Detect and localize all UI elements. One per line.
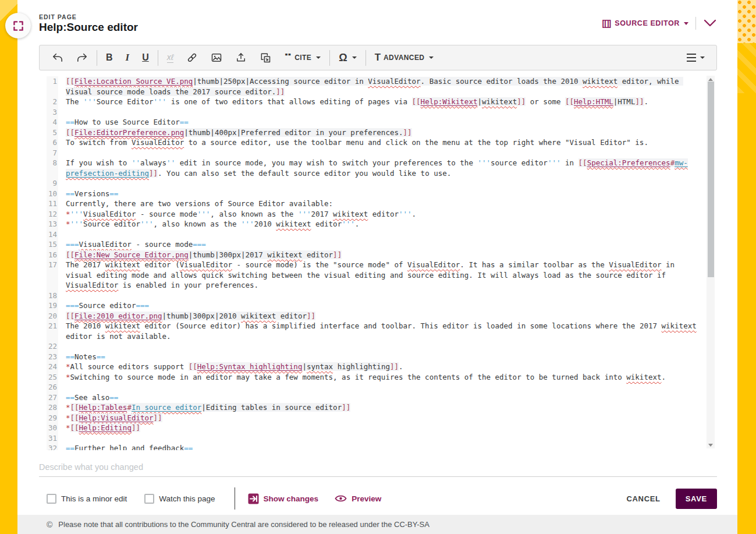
right-yellow-band	[737, 0, 756, 534]
code-text[interactable]: To switch from VisualEditor to a source …	[58, 137, 697, 148]
code-text[interactable]: Currently, there are two versions of Sou…	[58, 199, 697, 209]
editor-line-29[interactable]: 29*[[Help:VisualEditor]]	[47, 413, 697, 423]
code-text[interactable]: The 2010 wikitext editor (Source editor)…	[58, 321, 697, 341]
edit-summary-input[interactable]	[39, 458, 717, 476]
editor-line-32[interactable]: 32==Further help and feedback==	[47, 443, 697, 450]
editor-line-18[interactable]: 18	[47, 291, 697, 301]
underline-button[interactable]: U	[136, 45, 155, 70]
bold-button[interactable]: B	[100, 45, 119, 70]
code-text[interactable]	[58, 341, 697, 352]
insert-image-button[interactable]	[204, 45, 229, 70]
source-code-editor[interactable]: 1[[File:Location Source VE.png|thumb|250…	[39, 75, 717, 450]
code-text[interactable]	[58, 229, 697, 240]
editor-line-8[interactable]: 8If you wish to ''always'' edit in sourc…	[47, 158, 697, 178]
code-text[interactable]: ===Source editor===	[58, 300, 697, 311]
code-text[interactable]: [[File:EditorPreference.png|thumb|400px|…	[58, 128, 697, 138]
code-text[interactable]: The '''Source Editor''' is one of two ed…	[58, 97, 697, 107]
editor-line-3[interactable]: 3	[47, 107, 697, 118]
editor-line-10[interactable]: 10==Versions==	[47, 189, 697, 199]
switch-editor-button[interactable]	[253, 45, 278, 70]
link-button[interactable]	[180, 45, 204, 70]
editor-line-31[interactable]: 31	[47, 433, 697, 444]
code-text[interactable]: *'''Source editor''', also known as the …	[58, 219, 697, 229]
code-segment: *	[66, 403, 70, 412]
code-text[interactable]: *[[Help:Editing]]	[58, 423, 697, 433]
editor-scrollbar[interactable]	[707, 76, 715, 448]
editor-line-30[interactable]: 30*[[Help:Editing]]	[47, 423, 697, 433]
code-text[interactable]	[58, 148, 697, 158]
code-text[interactable]: ===VisualEditor - source mode===	[58, 239, 697, 250]
editor-line-24[interactable]: 24*All source editors support [[Help:Syn…	[47, 362, 697, 372]
cancel-button[interactable]: CANCEL	[626, 494, 660, 503]
code-text[interactable]: The 2017 wikitext editor (VisualEditor -…	[58, 260, 697, 291]
code-text[interactable]: ==Notes==	[58, 352, 697, 362]
collapse-header-button[interactable]	[703, 18, 717, 29]
code-text[interactable]	[58, 433, 697, 444]
code-text[interactable]: *[[Help:VisualEditor]]	[58, 413, 697, 423]
code-segment: syntax	[307, 362, 333, 371]
editor-line-25[interactable]: 25*Switching to source mode in an editor…	[47, 372, 697, 383]
watch-page-checkbox[interactable]	[144, 494, 154, 504]
editor-line-7[interactable]: 7	[47, 148, 697, 158]
scroll-down-arrow[interactable]	[707, 441, 715, 448]
editor-line-21[interactable]: 21The 2010 wikitext editor (Source edito…	[47, 321, 697, 341]
code-text[interactable]	[58, 107, 697, 118]
editor-line-11[interactable]: 11Currently, there are two versions of S…	[47, 199, 697, 209]
minor-edit-checkbox[interactable]	[47, 494, 56, 504]
cite-dropdown[interactable]: “ CITE	[278, 45, 327, 70]
code-segment: wikitext	[241, 312, 276, 320]
editor-line-9[interactable]: 9	[47, 178, 697, 189]
code-segment: ]]	[517, 97, 526, 106]
preview-button[interactable]: Preview	[335, 494, 381, 503]
code-text[interactable]: ==How to use Source Editor==	[58, 117, 697, 128]
upload-button[interactable]	[229, 45, 253, 70]
editor-line-26[interactable]: 26	[47, 382, 697, 392]
toolbar-menu-button[interactable]	[681, 54, 711, 62]
code-segment: VisualEditor	[368, 77, 420, 86]
code-text[interactable]: *[[Help:Tables#In source editor|Editing …	[58, 402, 697, 413]
advanced-dropdown[interactable]: T ADVANCED	[368, 45, 441, 70]
code-text[interactable]: [[File:2010 editor.png|thumb|300px|2010 …	[58, 311, 697, 321]
italic-button[interactable]: I	[119, 45, 136, 70]
editor-line-1[interactable]: 1[[File:Location Source VE.png|thumb|250…	[47, 76, 697, 97]
remove-formatting-button[interactable]: xℓ	[161, 45, 180, 70]
editor-line-15[interactable]: 15===VisualEditor - source mode===	[47, 239, 697, 250]
code-text[interactable]: ==Further help and feedback==	[58, 443, 697, 450]
code-lines[interactable]: 1[[File:Location Source VE.png|thumb|250…	[47, 76, 697, 450]
editor-line-23[interactable]: 23==Notes==	[47, 352, 697, 362]
scrollbar-thumb[interactable]	[708, 82, 714, 277]
editor-line-20[interactable]: 20[[File:2010 editor.png|thumb|300px|201…	[47, 311, 697, 321]
undo-button[interactable]	[45, 45, 70, 70]
editor-line-13[interactable]: 13*'''Source editor''', also known as th…	[47, 219, 697, 229]
quote-icon: “	[284, 54, 292, 62]
editor-line-16[interactable]: 16[[File:New Source Editor.png|thumb|300…	[47, 250, 697, 260]
save-button[interactable]: SAVE	[676, 489, 717, 509]
code-text[interactable]: *All source editors support [[Help:Synta…	[58, 362, 697, 372]
editor-line-4[interactable]: 4==How to use Source Editor==	[47, 117, 697, 128]
expand-button[interactable]	[5, 13, 31, 38]
code-text[interactable]	[58, 382, 697, 392]
editor-line-6[interactable]: 6To switch from VisualEditor to a source…	[47, 137, 697, 148]
code-text[interactable]: If you wish to ''always'' edit in source…	[58, 158, 697, 178]
show-changes-button[interactable]: Show changes	[248, 493, 319, 504]
editor-line-17[interactable]: 17The 2017 wikitext editor (VisualEditor…	[47, 260, 697, 291]
code-text[interactable]: [[File:New Source Editor.png|thumb|300px…	[58, 250, 697, 260]
editor-line-22[interactable]: 22	[47, 341, 697, 352]
code-text[interactable]: ==See also==	[58, 392, 697, 403]
special-characters-dropdown[interactable]: Ω	[332, 45, 363, 70]
code-text[interactable]: *Switching to source mode in an editor m…	[58, 372, 697, 383]
editor-line-14[interactable]: 14	[47, 229, 697, 240]
source-editor-mode-dropdown[interactable]: [[]] SOURCE EDITOR	[602, 19, 688, 28]
code-text[interactable]: ==Versions==	[58, 189, 697, 199]
editor-line-2[interactable]: 2The '''Source Editor''' is one of two e…	[47, 97, 697, 107]
editor-line-5[interactable]: 5[[File:EditorPreference.png|thumb|400px…	[47, 128, 697, 138]
redo-button[interactable]	[70, 45, 94, 70]
editor-line-28[interactable]: 28*[[Help:Tables#In source editor|Editin…	[47, 402, 697, 413]
editor-line-19[interactable]: 19===Source editor===	[47, 300, 697, 311]
code-text[interactable]	[58, 291, 697, 301]
editor-line-12[interactable]: 12*'''VisualEditor - source mode''', als…	[47, 209, 697, 220]
code-text[interactable]	[58, 178, 697, 189]
editor-line-27[interactable]: 27==See also==	[47, 392, 697, 403]
code-text[interactable]: [[File:Location Source VE.png|thumb|250p…	[58, 76, 697, 97]
code-text[interactable]: *'''VisualEditor - source mode''', also …	[58, 209, 697, 220]
